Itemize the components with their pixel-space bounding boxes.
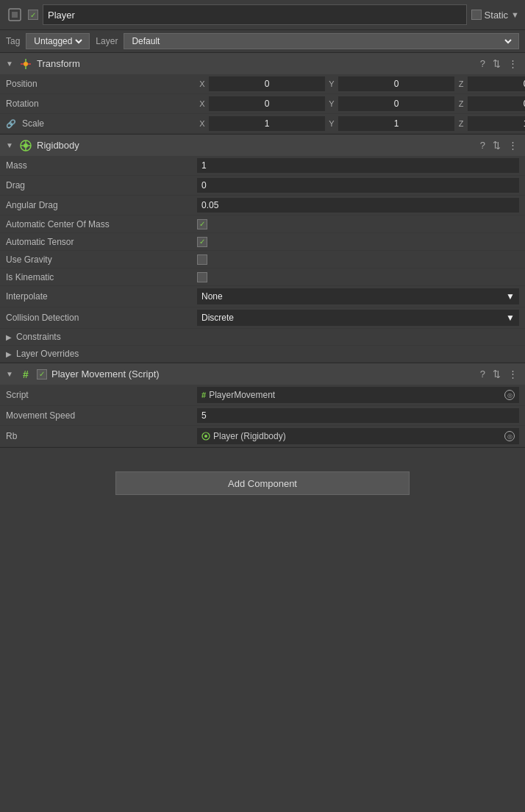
position-row: Position X Y Z xyxy=(0,74,525,94)
rotation-y-input[interactable] xyxy=(338,96,454,111)
header-bar: Static ▼ xyxy=(0,0,525,30)
layer-label: Layer xyxy=(96,36,118,46)
layer-select[interactable]: Default xyxy=(129,35,514,47)
position-xyz: X Y Z xyxy=(197,76,525,91)
auto-tensor-value xyxy=(197,237,519,247)
movement-speed-label: Movement Speed xyxy=(6,410,197,421)
collision-detection-row: Collision Detection Discrete ▼ xyxy=(0,307,525,329)
angular-drag-value xyxy=(197,198,519,213)
layer-dropdown[interactable]: Default xyxy=(124,33,519,49)
svg-point-14 xyxy=(204,435,207,438)
static-checkbox[interactable] xyxy=(471,10,482,20)
static-dropdown-arrow[interactable]: ▼ xyxy=(511,10,519,19)
transform-body: Position X Y Z Rotation X Y Z xyxy=(0,74,525,134)
transform-settings-icon[interactable]: ⇅ xyxy=(491,57,502,71)
object-name-input[interactable] xyxy=(43,4,467,25)
movement-speed-value xyxy=(197,408,519,423)
rb-label: Rb xyxy=(6,431,197,441)
layer-overrides-arrow: ▶ xyxy=(6,350,12,358)
position-z-label: Z xyxy=(456,79,466,88)
auto-center-row: Automatic Center Of Mass xyxy=(0,216,525,233)
is-kinematic-row: Is Kinematic xyxy=(0,268,525,286)
position-z-input[interactable] xyxy=(468,76,525,91)
rotation-y-label: Y xyxy=(326,99,337,108)
scale-y-input[interactable] xyxy=(338,116,454,131)
mass-value xyxy=(197,158,519,173)
interpolate-value: None ▼ xyxy=(197,288,519,304)
scale-z-input[interactable] xyxy=(468,116,525,131)
scale-xyz: X Y Z xyxy=(197,116,525,131)
transform-actions: ? ⇅ ⋮ xyxy=(479,57,519,71)
svg-point-2 xyxy=(24,62,28,66)
player-movement-settings-icon[interactable]: ⇅ xyxy=(491,367,502,381)
constraints-row[interactable]: ▶ Constraints xyxy=(0,329,525,346)
auto-center-checkbox[interactable] xyxy=(197,219,207,229)
svg-point-8 xyxy=(24,143,28,148)
script-target-icon[interactable]: ◎ xyxy=(504,390,515,400)
rigidbody-title: Rigidbody xyxy=(37,140,474,151)
rb-target-icon[interactable]: ◎ xyxy=(504,431,515,441)
rotation-z-input[interactable] xyxy=(468,96,525,111)
player-movement-collapse-arrow[interactable]: ▼ xyxy=(6,370,15,378)
collision-detection-arrow: ▼ xyxy=(506,313,515,323)
interpolate-dropdown[interactable]: None ▼ xyxy=(197,288,519,304)
object-icon xyxy=(6,6,24,24)
transform-help-icon[interactable]: ? xyxy=(479,57,487,71)
transform-collapse-arrow[interactable]: ▼ xyxy=(6,60,15,68)
player-movement-section-header[interactable]: ▼ # Player Movement (Script) ? ⇅ ⋮ xyxy=(0,363,525,385)
rigidbody-more-icon[interactable]: ⋮ xyxy=(507,138,519,152)
rigidbody-help-icon[interactable]: ? xyxy=(479,138,487,152)
layer-overrides-row[interactable]: ▶ Layer Overrides xyxy=(0,346,525,363)
constraints-label: Constraints xyxy=(16,332,61,342)
transform-more-icon[interactable]: ⋮ xyxy=(507,57,519,71)
player-movement-enabled-checkbox[interactable] xyxy=(37,369,47,380)
drag-input[interactable] xyxy=(197,178,519,193)
collision-detection-label: Collision Detection xyxy=(6,313,197,323)
use-gravity-label: Use Gravity xyxy=(6,254,197,265)
scale-x-input[interactable] xyxy=(209,116,325,131)
mass-row: Mass xyxy=(0,156,525,176)
scale-lock-icon[interactable]: 🔗 xyxy=(6,119,16,129)
rotation-x-input[interactable] xyxy=(209,96,325,111)
use-gravity-checkbox[interactable] xyxy=(197,254,207,265)
scale-label: 🔗 Scale xyxy=(6,118,197,129)
script-name: PlayerMovement xyxy=(209,390,275,400)
rigidbody-icon xyxy=(19,139,32,152)
constraints-arrow: ▶ xyxy=(6,333,12,341)
script-value: # PlayerMovement ◎ xyxy=(197,387,519,403)
position-y-input[interactable] xyxy=(338,76,454,91)
rigidbody-section: ▼ Rigidbody ? ⇅ ⋮ Mass D xyxy=(0,135,525,363)
rb-field[interactable]: Player (Rigidbody) ◎ xyxy=(197,428,519,444)
movement-speed-input[interactable] xyxy=(197,408,519,423)
add-component-area: Add Component xyxy=(0,448,525,519)
player-movement-more-icon[interactable]: ⋮ xyxy=(507,367,519,381)
transform-section-header[interactable]: ▼ Transform ? ⇅ ⋮ xyxy=(0,53,525,74)
rigidbody-settings-icon[interactable]: ⇅ xyxy=(491,138,502,152)
interpolate-selected: None xyxy=(201,291,223,302)
collision-detection-selected: Discrete xyxy=(201,313,234,323)
scale-y-label: Y xyxy=(326,119,337,128)
is-kinematic-checkbox[interactable] xyxy=(197,272,207,282)
player-movement-title: Player Movement (Script) xyxy=(51,368,474,380)
static-area: Static ▼ xyxy=(471,10,519,21)
object-enabled-checkbox[interactable] xyxy=(28,10,38,20)
script-label: Script xyxy=(6,390,197,400)
layer-overrides-label: Layer Overrides xyxy=(16,349,79,359)
mass-label: Mass xyxy=(6,160,197,171)
player-movement-body: Script # PlayerMovement ◎ Movement Speed… xyxy=(0,385,525,447)
player-movement-actions: ? ⇅ ⋮ xyxy=(479,367,519,381)
tag-dropdown[interactable]: Untagged xyxy=(26,33,90,49)
player-movement-help-icon[interactable]: ? xyxy=(479,367,487,381)
rb-row: Rb Player (Rigidbody) ◎ xyxy=(0,426,525,447)
collision-detection-dropdown[interactable]: Discrete ▼ xyxy=(197,310,519,326)
rigidbody-section-header[interactable]: ▼ Rigidbody ? ⇅ ⋮ xyxy=(0,135,525,156)
auto-tensor-checkbox[interactable] xyxy=(197,237,207,247)
add-component-button[interactable]: Add Component xyxy=(115,471,410,495)
angular-drag-input[interactable] xyxy=(197,198,519,213)
position-x-input[interactable] xyxy=(209,76,325,91)
tag-select[interactable]: Untagged xyxy=(31,35,85,47)
mass-input[interactable] xyxy=(197,158,519,173)
rigidbody-collapse-arrow[interactable]: ▼ xyxy=(6,141,15,149)
script-field[interactable]: # PlayerMovement ◎ xyxy=(197,387,519,403)
interpolate-arrow: ▼ xyxy=(506,291,515,302)
